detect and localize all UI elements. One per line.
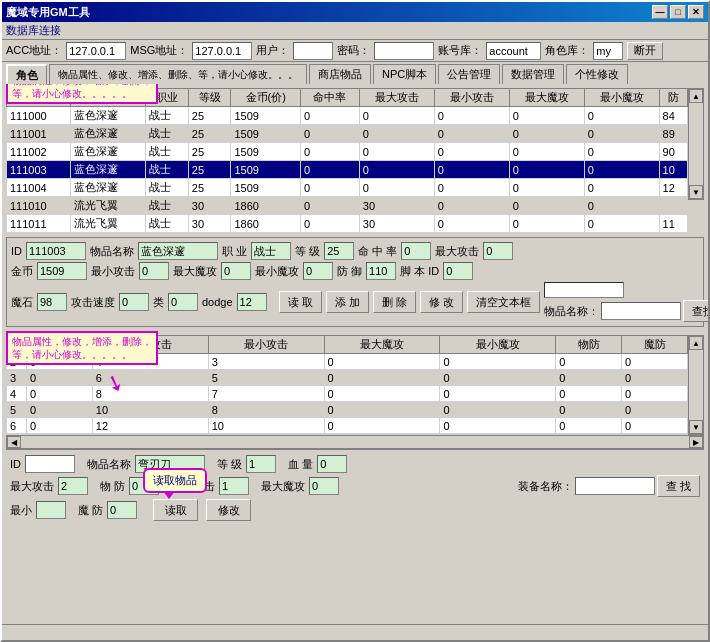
min-atk-input[interactable] — [139, 262, 169, 280]
bottom-grid-scrollbar[interactable]: ▲ ▼ — [688, 335, 704, 435]
modify-button[interactable]: 修 改 — [420, 291, 463, 313]
top-annotation: 物品属性，修改，增添，删除，等，请小心修改。。。。。 — [6, 84, 158, 104]
item-name-label: 物品名称 — [90, 244, 134, 259]
connection-bar: ACC地址： MSG地址： 用户： 密码： 账号库： 角色库： 断开 — [2, 40, 708, 62]
role-input[interactable] — [593, 42, 623, 60]
tab-npc[interactable]: NPC脚本 — [373, 64, 436, 84]
main-window: 魔域专用GM工具 — □ ✕ 数据库连接 ACC地址： MSG地址： 用户： 密… — [0, 0, 710, 642]
hscroll-left[interactable]: ◀ — [7, 436, 21, 448]
bform-row-1: ID 物品名称 等 级 血 量 — [10, 455, 700, 473]
hit-input[interactable] — [401, 242, 431, 260]
id-input[interactable] — [26, 242, 86, 260]
bid-input[interactable] — [25, 455, 75, 473]
bmax-atk-label: 最大攻击 — [10, 479, 54, 494]
table-row[interactable]: 111001蓝色深邃战士2515090000089 — [7, 125, 688, 143]
type-label: 类 — [153, 295, 164, 310]
pwd-input[interactable] — [374, 42, 434, 60]
clear-button[interactable]: 清空文本框 — [467, 291, 540, 313]
tab-item[interactable]: 物品属性、修改、增添、删除、等，请小心修改。。。 — [49, 64, 307, 84]
table-row[interactable]: 30650000 — [7, 370, 688, 386]
msg-label: MSG地址： — [130, 43, 188, 58]
pwd-label: 密码： — [337, 43, 370, 58]
close-button[interactable]: ✕ — [688, 5, 704, 19]
tab-role[interactable]: 角色 — [6, 64, 47, 84]
foot-label: 脚 本 ID — [400, 264, 439, 279]
table-row[interactable]: 111011流光飞翼战士30186003000011 — [7, 215, 688, 233]
maximize-button[interactable]: □ — [670, 5, 686, 19]
tab-notice[interactable]: 公告管理 — [438, 64, 500, 84]
gold-input[interactable] — [37, 262, 87, 280]
delete-button[interactable]: 删 除 — [373, 291, 416, 313]
bmax-matk-input[interactable] — [309, 477, 339, 495]
tab-shop[interactable]: 商店物品 — [309, 64, 371, 84]
bmax-atk-input[interactable] — [58, 477, 88, 495]
hscroll-right[interactable]: ▶ — [689, 436, 703, 448]
bmin-input[interactable] — [36, 501, 66, 519]
max-atk-input[interactable] — [483, 242, 513, 260]
bcol-max-matk: 最大魔攻 — [324, 336, 440, 354]
scroll-up[interactable]: ▲ — [689, 89, 703, 103]
bmdef-input[interactable] — [107, 501, 137, 519]
bform-row-2: 最大攻击 物 防 最小攻击 最大魔攻 装备名称： 查 找 — [10, 475, 700, 497]
bottom-modify-button[interactable]: 修改 — [206, 499, 251, 521]
bcol-min-atk: 最小攻击 — [208, 336, 324, 354]
user-input[interactable] — [293, 42, 333, 60]
scroll-down[interactable]: ▼ — [689, 185, 703, 199]
form-row-2: 金币 最小攻击 最大魔攻 最小魔攻 防 御 脚 本 ID — [11, 262, 699, 280]
disconnect-button[interactable]: 断开 — [627, 42, 663, 60]
tooltip-bubble: 读取物品 — [143, 468, 207, 493]
db-input[interactable] — [486, 42, 541, 60]
menu-database[interactable]: 数据库连接 — [6, 23, 61, 38]
blevel-input[interactable] — [246, 455, 276, 473]
bcol-max-atk: 最大攻击 — [92, 336, 208, 354]
table-row[interactable]: 111002蓝色深邃战士2515090000090 — [7, 143, 688, 161]
table-row[interactable]: 40870000 — [7, 386, 688, 402]
bottom-search-area: 装备名称： 查 找 — [518, 475, 700, 497]
top-data-grid: ID 物品名称 职业 等级 金币(价) 命中率 最大攻击 最小攻击 最大魔攻 最… — [6, 88, 688, 233]
job-input[interactable] — [251, 242, 291, 260]
search-input[interactable] — [601, 302, 681, 320]
type-input[interactable] — [168, 293, 198, 311]
bhp-input[interactable] — [317, 455, 347, 473]
bmin-atk-input[interactable] — [219, 477, 249, 495]
bottom-read-button[interactable]: 读取 — [153, 499, 198, 521]
table-row[interactable]: 111003蓝色深邃战士2515090000010 — [7, 161, 688, 179]
min-matk-input[interactable] — [303, 262, 333, 280]
id-label: ID — [11, 245, 22, 257]
search-button[interactable]: 查找 — [683, 300, 708, 322]
col-max-atk: 最大攻击 — [359, 89, 434, 107]
h-scrollbar[interactable]: ◀ ▶ — [6, 435, 704, 449]
def-input[interactable] — [366, 262, 396, 280]
bsearch-input[interactable] — [575, 477, 655, 495]
top-grid-wrapper: ID 物品名称 职业 等级 金币(价) 命中率 最大攻击 最小攻击 最大魔攻 最… — [6, 88, 704, 233]
top-grid-scrollbar[interactable]: ▲ ▼ — [688, 88, 704, 200]
min-atk-label: 最小攻击 — [91, 264, 135, 279]
table-row[interactable]: 501080000 — [7, 402, 688, 418]
tab-custom[interactable]: 个性修改 — [566, 64, 628, 84]
minimize-button[interactable]: — — [652, 5, 668, 19]
bsearch-button[interactable]: 查 找 — [657, 475, 700, 497]
bhp-label: 血 量 — [288, 457, 313, 472]
add-button[interactable]: 添 加 — [326, 291, 369, 313]
bscroll-down[interactable]: ▼ — [689, 420, 703, 434]
level-input[interactable] — [324, 242, 354, 260]
magic-input[interactable] — [37, 293, 67, 311]
acc-input[interactable] — [66, 42, 126, 60]
table-row[interactable]: 111010流光飞翼战士301860030000 — [7, 197, 688, 215]
max-matk-input[interactable] — [221, 262, 251, 280]
table-row[interactable]: 111004蓝色深邃战士2515090000012 — [7, 179, 688, 197]
role-label: 角色库： — [545, 43, 589, 58]
user-label: 用户： — [256, 43, 289, 58]
bscroll-up[interactable]: ▲ — [689, 336, 703, 350]
item-name-input[interactable] — [138, 242, 218, 260]
blevel-label: 等 级 — [217, 457, 242, 472]
foot-input[interactable] — [443, 262, 473, 280]
read-button[interactable]: 读 取 — [279, 291, 322, 313]
dodge-input[interactable] — [237, 293, 267, 311]
speed-input[interactable] — [119, 293, 149, 311]
table-row[interactable]: 6012100000 — [7, 418, 688, 434]
table-row[interactable]: 20430000 — [7, 354, 688, 370]
msg-input[interactable] — [192, 42, 252, 60]
table-row[interactable]: 111000蓝色深邃战士2515090000084 — [7, 107, 688, 125]
tab-data[interactable]: 数据管理 — [502, 64, 564, 84]
